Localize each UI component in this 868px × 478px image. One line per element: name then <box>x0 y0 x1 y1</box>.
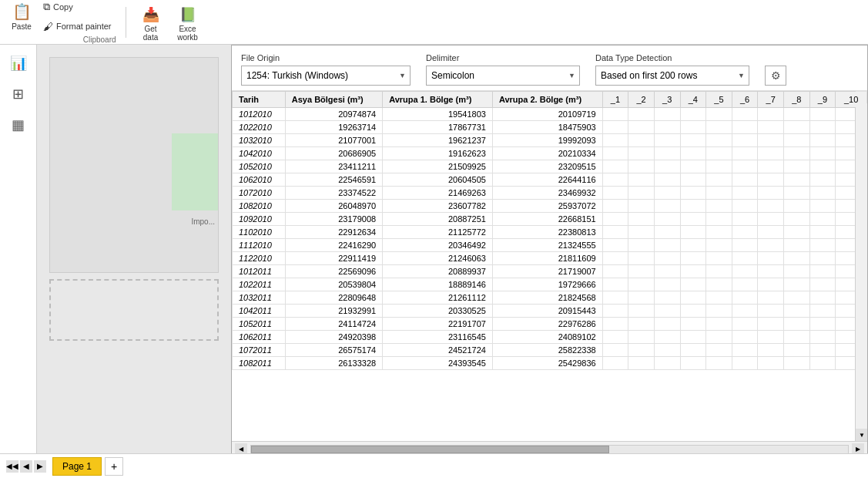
table-cell <box>732 318 758 331</box>
paste-button[interactable]: 📋 Paste <box>6 0 37 34</box>
table-cell <box>654 239 680 252</box>
table-cell: 20346492 <box>383 239 493 252</box>
table-cell <box>680 239 706 252</box>
table-cell <box>654 291 680 305</box>
nav-next-button[interactable]: ▶ <box>34 460 46 473</box>
table-cell <box>732 305 758 318</box>
table-cell <box>602 331 628 344</box>
table-cell: 24114724 <box>285 318 382 331</box>
table-cell <box>602 200 628 213</box>
table-cell <box>758 344 784 357</box>
sidebar-chart-icon[interactable]: 📊 <box>6 51 31 76</box>
table-cell <box>784 147 810 160</box>
col-header-8: _8 <box>784 92 810 108</box>
table-cell: 1042011 <box>233 305 286 318</box>
page-thumbnail: Impo... <box>49 57 219 273</box>
col-header-3: _3 <box>654 92 680 108</box>
table-cell <box>784 331 810 344</box>
table-cell <box>628 173 655 187</box>
table-cell <box>628 108 655 121</box>
full-page: 📋 Paste ⧉ Copy 🖌 Format painter Clipboar… <box>0 0 868 478</box>
table-cell <box>758 108 784 121</box>
table-cell <box>732 134 758 147</box>
table-cell: 19621237 <box>383 134 493 147</box>
table-cell <box>732 213 758 226</box>
dialog-settings-button[interactable]: ⚙ <box>765 66 786 86</box>
table-cell: 20539804 <box>285 278 382 291</box>
table-cell <box>602 134 628 147</box>
table-cell: 20330525 <box>383 305 493 318</box>
import-label: Impo... <box>191 217 215 226</box>
sidebar-layers-icon[interactable]: ▦ <box>6 113 31 137</box>
page-tab[interactable]: Page 1 <box>52 457 102 476</box>
table-cell <box>706 187 732 200</box>
table-cell <box>628 226 655 239</box>
col-header-avrupa2: Avrupa 2. Bölge (m³) <box>492 92 602 108</box>
table-cell: 1112010 <box>233 239 286 252</box>
nav-prev-button[interactable]: ◀ <box>20 460 32 473</box>
table-cell <box>809 121 836 134</box>
table-cell <box>654 305 680 318</box>
table-cell <box>680 200 706 213</box>
add-page-button[interactable]: + <box>105 457 123 476</box>
data-type-detection-select[interactable]: Based on first 200 rows <box>595 66 749 86</box>
scroll-right-button[interactable]: ▶ <box>852 443 864 454</box>
format-painter-icon: 🖌 <box>43 21 53 32</box>
table-cell <box>706 278 732 291</box>
table-cell: 1072010 <box>233 187 286 200</box>
get-data-button[interactable]: 📥 Get data <box>136 3 166 42</box>
table-cell <box>732 108 758 121</box>
vertical-scrollbar[interactable]: ▲ ▼ <box>855 91 867 441</box>
table-cell <box>628 213 655 226</box>
table-cell: 25429836 <box>492 357 602 370</box>
table-cell <box>706 252 732 265</box>
table-cell: 22976286 <box>492 318 602 331</box>
table-cell: 26048970 <box>285 200 382 213</box>
table-cell <box>732 252 758 265</box>
scroll-left-button[interactable]: ◀ <box>235 443 247 454</box>
table-cell <box>758 187 784 200</box>
table-cell <box>758 239 784 252</box>
table-cell <box>602 278 628 291</box>
sidebar-grid-icon[interactable]: ⊞ <box>6 82 31 106</box>
col-header-2: _2 <box>628 92 655 108</box>
table-cell <box>732 265 758 278</box>
table-cell <box>809 239 836 252</box>
table-cell <box>809 213 836 226</box>
table-cell <box>654 108 680 121</box>
toolbar: 📋 Paste ⧉ Copy 🖌 Format painter Clipboar… <box>0 0 868 45</box>
table-cell <box>680 147 706 160</box>
table-cell <box>602 252 628 265</box>
table-cell: 22809648 <box>285 291 382 305</box>
file-origin-select[interactable]: 1254: Turkish (Windows) <box>241 66 411 86</box>
format-painter-button[interactable]: 🖌 Format painter <box>39 18 116 35</box>
table-row: 1012011225690962088993721719007 <box>233 265 867 278</box>
table-cell <box>602 239 628 252</box>
table-cell <box>680 173 706 187</box>
scroll-down-button[interactable]: ▼ <box>856 429 867 441</box>
table-wrapper[interactable]: Tarih Asya Bölgesi (m³) Avrupa 1. Bölge … <box>232 91 867 441</box>
nav-arrows: ◀◀ ◀ ▶ <box>6 460 46 473</box>
delimiter-select[interactable]: Semicolon <box>426 66 580 86</box>
table-cell <box>628 187 655 200</box>
copy-button[interactable]: ⧉ Copy <box>39 0 116 16</box>
table-cell: 21246063 <box>383 252 493 265</box>
table-cell <box>706 160 732 173</box>
table-cell <box>732 187 758 200</box>
table-cell <box>654 134 680 147</box>
bottom-scrollbar[interactable]: ◀ ▶ <box>232 441 867 453</box>
paste-icon: 📋 <box>12 2 31 21</box>
nav-first-button[interactable]: ◀◀ <box>6 460 18 473</box>
table-cell <box>758 173 784 187</box>
table-cell: 1072011 <box>233 344 286 357</box>
table-cell <box>680 265 706 278</box>
table-cell <box>628 239 655 252</box>
table-cell <box>784 344 810 357</box>
table-cell <box>784 318 810 331</box>
excel-workbook-button[interactable]: 📗 Exce workb <box>173 3 203 42</box>
scroll-track-v <box>856 103 867 429</box>
table-row: 1122010229114192124606321811609 <box>233 252 867 265</box>
table-header-row: Tarih Asya Bölgesi (m³) Avrupa 1. Bölge … <box>233 92 867 108</box>
table-cell <box>602 291 628 305</box>
table-cell <box>654 200 680 213</box>
